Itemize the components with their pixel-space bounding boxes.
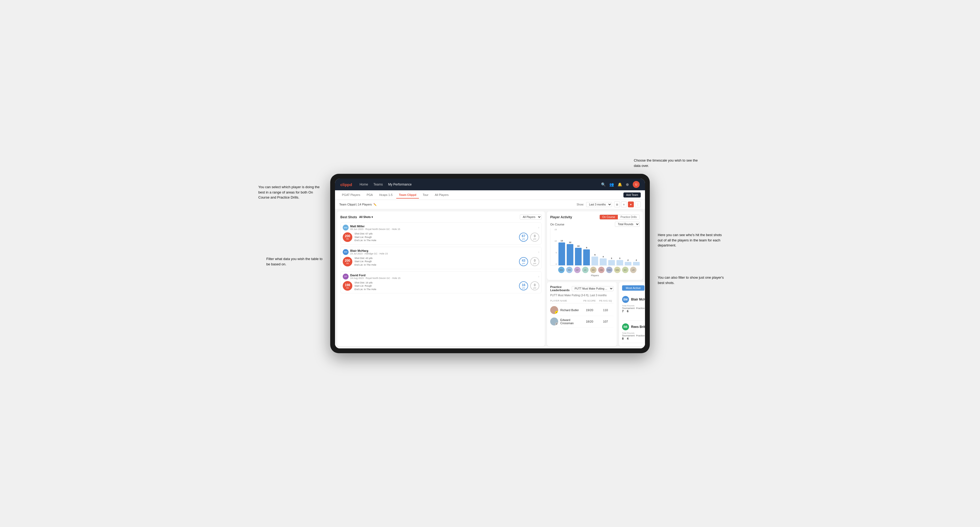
tab-bar: PGAT Players PGA Hcaps 1-5 Team Clippd T…	[335, 190, 645, 200]
avatar-mcharg: BM	[558, 267, 565, 273]
tab-team-clippd[interactable]: Team Clippd	[396, 192, 419, 198]
chart-filter-select[interactable]: Total Rounds Fairways Hit GIR	[615, 222, 640, 227]
chevron-right-icon: ›	[538, 226, 539, 229]
y-label-5: 5	[550, 252, 558, 254]
best-shots-card: Best Shots All Shots ▾ All Players MM	[337, 211, 545, 346]
settings-view-icon[interactable]: ⋮	[635, 202, 641, 207]
nav-my-performance[interactable]: My Performance	[388, 181, 412, 187]
list-view-icon[interactable]: ≡	[621, 202, 627, 207]
player-row-avatar-crossman: 2	[550, 317, 558, 325]
activity-item-header-britt: RB Rees Britt 02 Sep 2023	[622, 323, 645, 330]
act-stats-britt: Total Rounds Tournament Practice 8 4 Tot…	[622, 332, 645, 340]
all-shots-filter[interactable]: All Shots ▾	[359, 216, 373, 219]
bar-butler: 3	[608, 257, 615, 265]
search-icon[interactable]: 🔍	[601, 182, 606, 187]
best-shots-header: Best Shots All Shots ▾ All Players	[340, 214, 542, 220]
shot-badge-miller: 200 SG	[343, 232, 352, 242]
card-view-icon[interactable]: ♥	[628, 202, 634, 207]
practice-drills-toggle[interactable]: Practice Drills	[618, 215, 640, 219]
activity-toggle: Most Active Least Active	[622, 285, 645, 290]
shot-item-mcharg[interactable]: BM Blair McHarg 23 Jul 2023 · Aldridge G…	[340, 247, 542, 269]
act-avatar-britt: RB	[622, 323, 629, 330]
chevron-right-icon-2: ›	[538, 250, 539, 254]
tab-tour[interactable]: Tour	[420, 192, 431, 198]
bar-britt: 12	[567, 241, 573, 265]
avatar-billingham: DB	[598, 267, 605, 273]
avatar-crossman: EC	[622, 267, 628, 273]
player-avatar-mcharg: BM	[343, 249, 348, 255]
act-name-britt: Rees Britt	[631, 325, 645, 329]
player-row-butler[interactable]: 1 Richard Butler 19/20 110	[550, 305, 614, 316]
user-avatar[interactable]: U	[633, 181, 640, 188]
annotation-right-1: Here you can see who's hit the best shot…	[658, 232, 727, 248]
bar-miller: 3	[616, 257, 623, 265]
shots-filter: All Shots ▾	[359, 216, 518, 219]
time-filter-select[interactable]: Last 3 months Last 6 months Last year	[586, 202, 612, 207]
shot-desc-mcharg: Shot Dist: 43 yds Start Lie: Rough End L…	[355, 257, 517, 267]
player-row-info-crossman: 2 Edward Crossman	[550, 317, 582, 325]
col-pb-score: PB SCORE	[582, 300, 598, 302]
stat-dist-ford: 16 yds	[519, 281, 528, 290]
show-label: Show:	[577, 203, 584, 206]
tab-pga[interactable]: PGA	[364, 192, 375, 198]
shot-player-row-mcharg: BM Blair McHarg 23 Jul 2023 · Aldridge G…	[343, 249, 539, 255]
bar-robertson: 2	[633, 259, 640, 265]
avatar-ford: DF	[574, 267, 581, 273]
avg-butler: 110	[598, 308, 614, 312]
tab-pgat-players[interactable]: PGAT Players	[339, 192, 363, 198]
nav-links: Home Teams My Performance	[360, 181, 601, 187]
team-controls: Show: Last 3 months Last 6 months Last y…	[577, 202, 641, 207]
bar-coles: 9	[583, 246, 590, 265]
activity-item-britt: RB Rees Britt 02 Sep 2023 Total Rounds T…	[622, 321, 645, 343]
y-label-0: 0	[550, 263, 558, 265]
shot-item-miller[interactable]: MM Matt Miller 09 Jun 2023 · Royal North…	[340, 222, 542, 244]
nav-teams[interactable]: Teams	[373, 181, 383, 187]
grid-view-icon[interactable]: ⊞	[614, 202, 620, 207]
activity-card: Most Active Least Active BM Blair McHarg…	[619, 282, 645, 346]
y-axis: 0 5 10 15	[550, 229, 558, 265]
player-info-miller: Matt Miller 09 Jun 2023 · Royal North De…	[350, 225, 536, 230]
player-activity-card: Player Activity On Course Practice Drill…	[547, 211, 643, 280]
team-header: Team Clippd | 14 Players ✏️ Show: Last 3…	[335, 200, 645, 209]
users-icon[interactable]: 👥	[609, 182, 614, 187]
avg-crossman: 107	[598, 320, 614, 323]
edit-icon[interactable]: ✏️	[373, 203, 377, 206]
x-axis-label: Players	[550, 274, 640, 277]
britt-total-rounds: Total Rounds Tournament Practice 8 4	[622, 332, 645, 340]
bar-ford: 10	[575, 245, 582, 265]
shot-player-row-ford: DF David Ford 24 Aug 2023 · Royal North …	[343, 274, 539, 279]
tab-all-players[interactable]: All Players	[432, 192, 451, 198]
activity-toggle-group: On Course Practice Drills	[600, 214, 640, 220]
chart-header: On Course Total Rounds Fairways Hit GIR	[550, 222, 640, 227]
shot-player-row-miller: MM Matt Miller 09 Jun 2023 · Royal North…	[343, 225, 539, 230]
player-name-ford: David Ford	[350, 274, 536, 277]
player-row-crossman[interactable]: 2 Edward Crossman 18/20 107	[550, 316, 614, 327]
nav-home[interactable]: Home	[360, 181, 368, 187]
player-row-name-butler: Richard Butler	[560, 308, 579, 312]
player-info-ford: David Ford 24 Aug 2023 · Royal North Dev…	[350, 274, 536, 279]
annotation-left-1: You can select which player is doing the…	[258, 184, 322, 200]
bell-icon[interactable]: 🔔	[617, 182, 622, 187]
activity-item-header-mcharg: BM Blair McHarg 26 Aug 2023	[622, 296, 645, 303]
stat-total-rounds-label: Total Rounds Tournament Practice 7 6	[622, 305, 645, 318]
tablet-frame: clippd Home Teams My Performance 🔍 👥 🔔 ⊕…	[330, 174, 650, 353]
player-detail-miller: 09 Jun 2023 · Royal North Devon GC · Hol…	[350, 228, 536, 230]
most-active-btn[interactable]: Most Active	[622, 285, 644, 290]
add-team-button[interactable]: Add Team	[624, 192, 641, 197]
bar-ebert: 5	[592, 254, 598, 265]
players-filter-select[interactable]: All Players	[520, 214, 542, 220]
bar-chart-wrapper: 0 5 10 15 13 12	[550, 229, 640, 277]
bar-crossman: 2	[625, 259, 632, 265]
player-detail-mcharg: 23 Jul 2023 · Aldridge GC · Hole 15	[350, 252, 536, 255]
avatar-miller: MM	[614, 267, 620, 273]
best-shots-title: Best Shots	[340, 215, 357, 219]
plus-circle-icon[interactable]: ⊕	[626, 182, 629, 187]
shot-badge-mcharg: 200 SG	[343, 257, 352, 267]
view-icons: ⊞ ≡ ♥ ⋮	[614, 202, 641, 207]
bar-billingham: 4	[600, 256, 606, 265]
on-course-toggle[interactable]: On Course	[600, 215, 618, 219]
stat-putt-ford: 0 yds	[530, 281, 539, 290]
practice-filter-select[interactable]: PUTT Must Make Putting ...	[572, 286, 614, 291]
tab-hcaps[interactable]: Hcaps 1-5	[377, 192, 395, 198]
shot-item-ford[interactable]: DF David Ford 24 Aug 2023 · Royal North …	[340, 271, 542, 294]
